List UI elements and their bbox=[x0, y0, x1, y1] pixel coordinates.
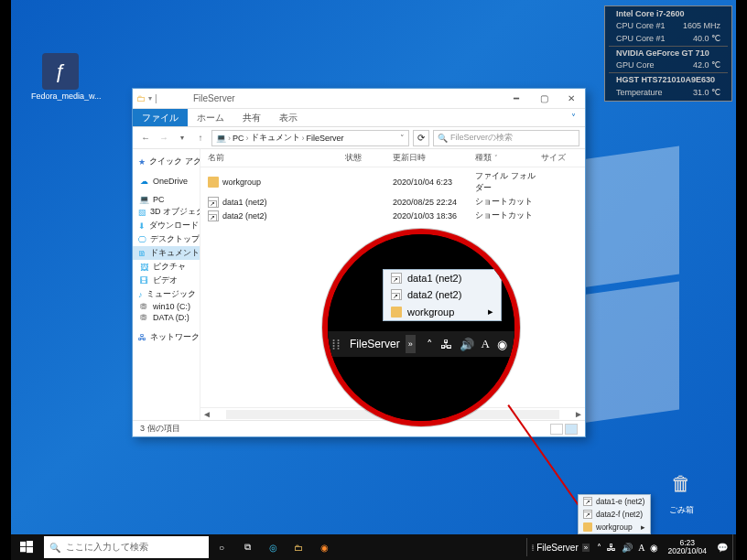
breadcrumb[interactable]: 💻 › PC› ドキュメント› FileServer ˅ bbox=[211, 130, 409, 146]
nav-downloads[interactable]: ⬇ダウンロード bbox=[133, 219, 200, 232]
table-row[interactable]: data2 (net2) 2020/10/03 18:36 ショートカット bbox=[200, 209, 585, 222]
show-desktop-button[interactable] bbox=[732, 534, 736, 560]
trash-icon: 🗑 bbox=[663, 466, 699, 502]
qat-dropdown-icon[interactable]: ▾ bbox=[148, 94, 152, 102]
toolbar-expand-icon[interactable]: » bbox=[582, 544, 590, 552]
nav-videos[interactable]: 🎞ビデオ bbox=[133, 274, 200, 287]
nav-onedrive[interactable]: ☁ OneDrive bbox=[133, 176, 200, 187]
svg-rect-0 bbox=[20, 542, 26, 546]
folder-icon bbox=[583, 522, 592, 532]
volume-icon[interactable]: 🔊 bbox=[460, 338, 474, 351]
taskbar-app-firefox[interactable]: ◉ bbox=[311, 534, 337, 560]
breadcrumb-dropdown-icon[interactable]: ˅ bbox=[400, 134, 405, 143]
svg-rect-2 bbox=[20, 547, 26, 552]
folder-icon: 🗀 bbox=[136, 93, 146, 103]
minimize-button[interactable]: ━ bbox=[503, 89, 530, 109]
tray-expand-icon[interactable]: ˄ bbox=[597, 543, 601, 553]
nav-drive-c[interactable]: ⛃win10 (C:) bbox=[133, 301, 200, 312]
view-details-button[interactable] bbox=[550, 424, 563, 435]
star-icon: ★ bbox=[138, 157, 146, 167]
tray-expand-icon[interactable]: ˄ bbox=[427, 338, 433, 351]
maximize-button[interactable]: ▢ bbox=[530, 89, 558, 109]
volume-icon[interactable]: 🔊 bbox=[622, 543, 633, 553]
nav-up-button[interactable]: ↑ bbox=[193, 131, 208, 145]
search-input[interactable]: 🔍 FileServerの検索 bbox=[433, 130, 579, 146]
ime-mode-icon[interactable]: ◉ bbox=[650, 543, 658, 553]
hw-monitor-overlay: Intel Core i7-2600 CPU Core #11605 MHz C… bbox=[604, 5, 732, 102]
cortana-button[interactable]: ○ bbox=[209, 534, 234, 560]
titlebar[interactable]: 🗀 ▾ | FileServer ━ ▢ ✕ bbox=[133, 89, 585, 109]
toolbar-grip[interactable]: ⁞⁞ bbox=[531, 543, 533, 553]
zoom-magnifier: data1 (net2) data2 (net2) workgroup▸ ⁞⁞ … bbox=[322, 229, 520, 426]
ime-icon[interactable]: A bbox=[638, 543, 644, 553]
taskbar-app-edge[interactable]: ◎ bbox=[260, 534, 286, 560]
jumplist-item[interactable]: workgroup ▸ bbox=[579, 521, 650, 533]
shortcut-icon bbox=[391, 273, 402, 284]
nav-back-button[interactable]: ← bbox=[138, 131, 153, 145]
refresh-button[interactable]: ⟳ bbox=[413, 130, 429, 146]
pc-icon: 💻 bbox=[138, 195, 149, 204]
start-button[interactable] bbox=[11, 534, 42, 560]
zoom-item-data2[interactable]: data2 (net2) bbox=[384, 286, 501, 303]
jumplist-item[interactable]: data1-e (net2) bbox=[579, 495, 650, 508]
zoom-jumplist: data1 (net2) data2 (net2) workgroup▸ bbox=[383, 269, 502, 321]
nav-pc[interactable]: 💻 PC bbox=[133, 194, 200, 205]
ime-mode-icon[interactable]: ◉ bbox=[497, 338, 507, 351]
nav-recent-icon[interactable]: ▾ bbox=[175, 131, 189, 145]
toolbar-label[interactable]: FileServer bbox=[344, 338, 406, 350]
taskbar: 🔍 ここに入力して検索 ○ ⧉ ◎ 🗀 ◉ ⁞⁞ FileServer » ˄ … bbox=[11, 534, 736, 560]
folder-icon bbox=[391, 307, 402, 318]
item-count: 3 個の項目 bbox=[140, 423, 180, 435]
task-view-button[interactable]: ⧉ bbox=[234, 534, 260, 560]
zoom-item-data1[interactable]: data1 (net2) bbox=[384, 270, 501, 286]
toolbar-grip[interactable]: ⁞⁞ bbox=[328, 336, 344, 353]
network-icon[interactable]: 🖧 bbox=[607, 543, 616, 553]
zoom-item-workgroup[interactable]: workgroup▸ bbox=[384, 303, 501, 320]
status-bar: 3 個の項目 bbox=[133, 420, 585, 436]
tab-home[interactable]: ホーム bbox=[188, 109, 233, 126]
ribbon-expand-icon[interactable]: ˅ bbox=[562, 109, 585, 126]
toolbar-label[interactable]: FileServer bbox=[536, 543, 579, 553]
taskbar-jumplist: data1-e (net2) data2-f (net2) workgroup … bbox=[578, 494, 651, 534]
nav-desktop[interactable]: 🖵デスクトップ bbox=[133, 232, 200, 246]
shortcut-icon bbox=[583, 497, 592, 506]
jumplist-item[interactable]: data2-f (net2) bbox=[579, 508, 650, 521]
search-icon: 🔍 bbox=[438, 134, 448, 143]
tab-share[interactable]: 共有 bbox=[233, 109, 270, 126]
nav-drive-d[interactable]: ⛃DATA (D:) bbox=[133, 312, 200, 323]
shortcut-icon bbox=[208, 197, 219, 208]
view-icons-button[interactable] bbox=[565, 424, 578, 435]
nav-network[interactable]: 🖧 ネットワーク bbox=[133, 330, 200, 344]
taskbar-app-explorer[interactable]: 🗀 bbox=[286, 534, 311, 560]
table-row[interactable]: workgroup 2020/10/04 6:23 ファイル フォルダー bbox=[200, 169, 585, 195]
close-button[interactable]: ✕ bbox=[558, 89, 585, 109]
address-bar-row: ← → ▾ ↑ 💻 › PC› ドキュメント› FileServer ˅ ⟳ 🔍… bbox=[133, 127, 585, 149]
system-tray: ˄ 🖧 🔊 A ◉ bbox=[593, 543, 662, 553]
taskbar-toolbar[interactable]: ⁞⁞ FileServer » bbox=[526, 538, 593, 556]
column-headers[interactable]: 名前 状態 更新日時 種類 ˅ サイズ bbox=[200, 149, 585, 167]
action-center-button[interactable]: 💬 bbox=[712, 534, 732, 560]
ime-icon[interactable]: A bbox=[482, 337, 490, 351]
nav-quick-access[interactable]: ★ クイック アクセス bbox=[133, 155, 200, 168]
taskbar-clock[interactable]: 6:232020/10/04 bbox=[662, 539, 712, 556]
toolbar-expand-icon[interactable]: » bbox=[406, 335, 416, 353]
nav-pictures[interactable]: 🖼ピクチャ bbox=[133, 260, 200, 274]
table-row[interactable]: data1 (net2) 2020/08/25 22:24 ショートカット bbox=[200, 195, 585, 209]
desktop-icon-fedora[interactable]: ƒ Fedora_media_w... bbox=[31, 53, 90, 101]
nav-forward-button[interactable]: → bbox=[157, 131, 171, 145]
cloud-icon: ☁ bbox=[138, 177, 149, 186]
tab-file[interactable]: ファイル bbox=[133, 109, 188, 126]
window-title: FileServer bbox=[188, 93, 503, 103]
nav-music[interactable]: ♪ミュージック bbox=[133, 287, 200, 301]
network-icon[interactable]: 🖧 bbox=[440, 338, 452, 351]
nav-documents[interactable]: 🗎ドキュメント bbox=[133, 246, 200, 260]
network-icon: 🖧 bbox=[138, 333, 146, 342]
submenu-arrow-icon: ▸ bbox=[488, 306, 493, 318]
desktop-icon-trash[interactable]: 🗑 ごみ箱 bbox=[652, 466, 710, 516]
submenu-arrow-icon: ▸ bbox=[641, 522, 645, 532]
tab-view[interactable]: 表示 bbox=[270, 109, 307, 126]
nav-3d-objects[interactable]: ▧3D オブジェクト bbox=[133, 205, 200, 219]
desktop[interactable]: Intel Core i7-2600 CPU Core #11605 MHz C… bbox=[11, 0, 736, 560]
taskbar-search-input[interactable]: 🔍 ここに入力して検索 bbox=[44, 536, 209, 558]
ribbon-tabs: ファイル ホーム 共有 表示 ˅ bbox=[133, 109, 585, 127]
